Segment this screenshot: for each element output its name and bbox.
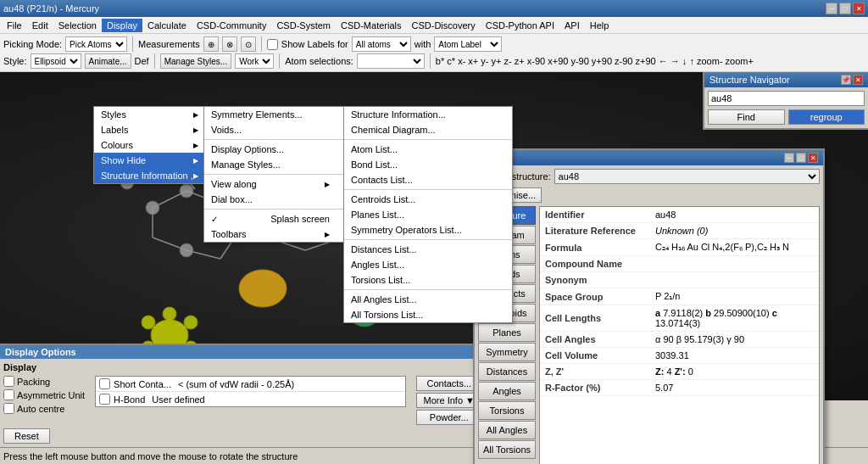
maximize-btn[interactable]: □	[839, 3, 851, 14]
menu-selection[interactable]: Selection	[53, 19, 102, 32]
show-hide-manage-styles[interactable]: Manage Styles...	[204, 157, 347, 172]
more-div3	[344, 239, 512, 240]
field-celllengths-value: a 7.9118(2) b 29.50900(10) c 13.0714(3)	[650, 305, 819, 332]
tab-distances[interactable]: Distances	[478, 362, 536, 381]
styles-arrow: ▶	[193, 111, 198, 119]
show-hide-display-options[interactable]: Display Options...	[204, 142, 347, 157]
measure-btn2[interactable]: ⊗	[222, 36, 237, 52]
more-symmetry-ops[interactable]: Symmetry Operators List...	[344, 222, 512, 238]
auto-centre-checkbox[interactable]	[3, 403, 14, 414]
tab-angles[interactable]: Angles	[478, 382, 536, 400]
atom-sel-select[interactable]	[357, 53, 425, 69]
show-hide-view-along[interactable]: View along ▶	[204, 176, 347, 192]
more-planes-list[interactable]: Planes List...	[344, 207, 512, 222]
more-structure-info[interactable]: Structure Information...	[344, 107, 512, 122]
close-btn[interactable]: ✕	[853, 3, 865, 14]
show-hide-symmetry[interactable]: Symmetry Elements...	[204, 107, 347, 122]
more-bond-list[interactable]: Bond List...	[344, 157, 512, 172]
table-row: Synonym	[540, 272, 819, 288]
show-labels-label: Show Labels for	[281, 39, 348, 49]
menu-bar: File Edit Selection Display Calculate CS…	[0, 17, 868, 34]
menu-display[interactable]: Display	[102, 19, 142, 32]
contacts-table: Short Conta... < (sum of vdW radii - 0.2…	[95, 376, 406, 407]
au48-maximize-btn[interactable]: □	[796, 153, 806, 163]
tab-all-angles[interactable]: All Angles	[478, 421, 536, 439]
menu-csd-system[interactable]: CSD-System	[271, 19, 336, 32]
hbond-checkbox[interactable]	[99, 394, 110, 405]
navigator-find-btn[interactable]: Find	[708, 109, 785, 125]
au48-title-bar: au48 ─ □ ✕	[475, 150, 823, 165]
navigator-pin-btn[interactable]: 📌	[841, 75, 851, 85]
more-all-angles-list[interactable]: All Angles List...	[344, 292, 512, 307]
packing-label: Packing	[3, 376, 85, 387]
measure-btn1[interactable]: ⊕	[203, 36, 219, 52]
picking-mode-label: Picking Mode:	[3, 39, 62, 49]
more-centroids-list[interactable]: Centroids List...	[344, 192, 512, 207]
navigator-close-btn[interactable]: ✕	[853, 75, 863, 85]
window-title: au48 (P21/n) - Mercury	[3, 3, 99, 14]
navigator-regroup-btn[interactable]: regroup	[788, 109, 865, 125]
show-hide-splash[interactable]: ✓ Splash screen	[204, 211, 347, 226]
left-checkboxes: Packing Asymmetric Unit Auto centre	[3, 376, 85, 414]
menu-help[interactable]: Help	[585, 19, 615, 32]
table-row: Space Group P 2₁/n	[540, 288, 819, 305]
more-all-torsions-list[interactable]: All Torsions List...	[344, 307, 512, 322]
display-styles[interactable]: Styles ▶	[94, 107, 215, 122]
table-row: R-Factor (%) 5.07	[540, 380, 819, 396]
menu-csd-materials[interactable]: CSD-Materials	[336, 19, 407, 32]
show-hide-voids[interactable]: Voids...	[204, 122, 347, 137]
show-hide-dial-box[interactable]: Dial box...	[204, 192, 347, 207]
display-labels[interactable]: Labels ▶	[94, 122, 215, 137]
au48-minimize-btn[interactable]: ─	[784, 153, 794, 163]
work-select[interactable]: Work	[235, 53, 274, 69]
display-colours[interactable]: Colours ▶	[94, 137, 215, 153]
display-more-info[interactable]: Structure Information , ▶	[94, 168, 215, 183]
menu-file[interactable]: File	[2, 19, 27, 32]
display-show-hide[interactable]: Show Hide ▶	[94, 153, 215, 168]
asym-unit-checkbox[interactable]	[3, 389, 14, 400]
reset-btn[interactable]: Reset	[3, 428, 50, 444]
more-chemical-diagram[interactable]: Chemical Diagram...	[344, 122, 512, 137]
menu-calculate[interactable]: Calculate	[142, 19, 192, 32]
show-hide-toolbars[interactable]: Toolbars ▶	[204, 226, 347, 242]
measurements-label: Measurements	[138, 39, 200, 49]
menu-csd-discovery[interactable]: CSD-Discovery	[407, 19, 481, 32]
navigator-search-input[interactable]	[708, 91, 865, 106]
more-contacts-list[interactable]: Contacts List...	[344, 172, 512, 187]
show-labels-check[interactable]	[267, 39, 278, 50]
au48-close-btn[interactable]: ✕	[808, 153, 818, 163]
info-table: Identifier au48 Literature Reference Unk…	[540, 207, 819, 396]
atoms-select[interactable]: All atoms	[352, 36, 411, 52]
menu-csd-python[interactable]: CSD-Python API	[481, 19, 559, 32]
more-angles-list[interactable]: Angles List...	[344, 257, 512, 272]
picking-mode-select[interactable]: Pick Atoms	[65, 36, 127, 52]
menu-csd-community[interactable]: CSD-Community	[192, 19, 272, 32]
tab-symmetry[interactable]: Symmetry	[478, 343, 536, 361]
navigator-title: Structure Navigator	[709, 75, 790, 85]
field-celllengths-label: Cell Lengths	[540, 305, 650, 332]
field-zz-label: Z, Z'	[540, 364, 650, 380]
tab-planes[interactable]: Planes	[478, 323, 536, 342]
measure-btn3[interactable]: ⊙	[241, 36, 256, 52]
toolbar-sep4	[279, 53, 280, 69]
tab-all-torsions[interactable]: All Torsions	[478, 440, 536, 459]
atom-label-select[interactable]: Atom Label	[434, 36, 502, 52]
manage-styles-btn[interactable]: Manage Styles...	[160, 53, 231, 69]
style-select[interactable]: Ellipsoid	[31, 53, 81, 69]
display-options-body: Display Packing Asymmetric Unit Auto cen…	[0, 359, 486, 447]
splash-label: Splash screen	[270, 214, 330, 224]
field-cellangles-label: Cell Angles	[540, 332, 650, 348]
current-structure-select[interactable]: au48	[554, 169, 820, 184]
tab-torsions[interactable]: Torsions	[478, 401, 536, 420]
more-distances-list[interactable]: Distances List...	[344, 242, 512, 257]
minimize-btn[interactable]: ─	[826, 3, 837, 14]
short-contacts-checkbox[interactable]	[99, 378, 110, 389]
more-info-submenu: Structure Information... Chemical Diagra…	[343, 106, 513, 323]
menu-api[interactable]: API	[559, 19, 585, 32]
packing-checkbox[interactable]	[3, 376, 14, 387]
more-div1	[344, 139, 512, 140]
menu-edit[interactable]: Edit	[27, 19, 53, 32]
animate-btn[interactable]: Animate...	[85, 53, 131, 69]
more-torsions-list[interactable]: Torsions List...	[344, 272, 512, 288]
more-atom-list[interactable]: Atom List...	[344, 142, 512, 157]
